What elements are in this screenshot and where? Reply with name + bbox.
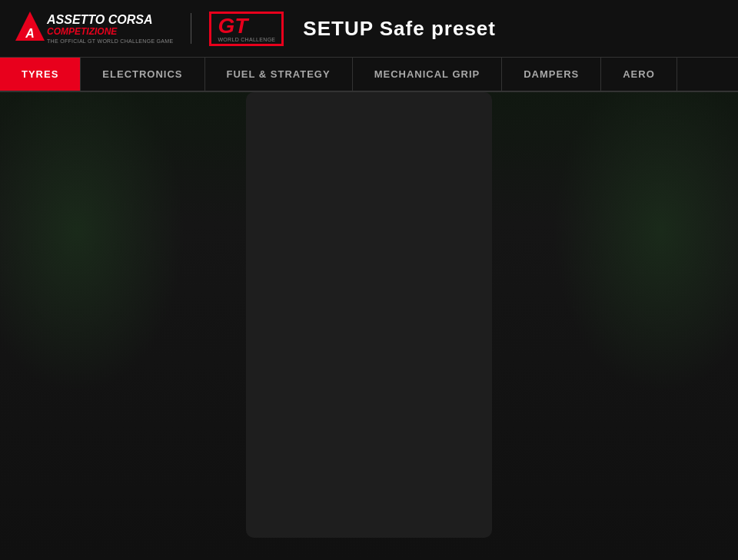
svg-text:A: A <box>25 27 35 40</box>
tab-aero[interactable]: AERO <box>601 58 677 91</box>
nav-tabs: TYRES ELECTRONICS FUEL & STRATEGY MECHAN… <box>0 58 738 92</box>
tab-electronics[interactable]: ELECTRONICS <box>81 58 204 91</box>
acc-logo: A ASSETTO CORSA COMPETIZIONE THE OFFICIA… <box>15 12 173 46</box>
acc-tagline: THE OFFICIAL GT WORLD CHALLENGE GAME <box>47 38 173 44</box>
gt-logo: GT WORLD CHALLENGE <box>209 12 284 46</box>
page-title: SETUP Safe preset <box>303 17 496 41</box>
tab-dampers[interactable]: DAMPERS <box>502 58 601 91</box>
logo-area: A ASSETTO CORSA COMPETIZIONE THE OFFICIA… <box>15 12 496 46</box>
header: A ASSETTO CORSA COMPETIZIONE THE OFFICIA… <box>0 0 738 58</box>
tab-fuel-strategy[interactable]: FUEL & STRATEGY <box>205 58 353 91</box>
tab-tyres[interactable]: TYRES <box>0 58 81 91</box>
tab-mechanical-grip[interactable]: MECHANICAL GRIP <box>353 58 503 91</box>
